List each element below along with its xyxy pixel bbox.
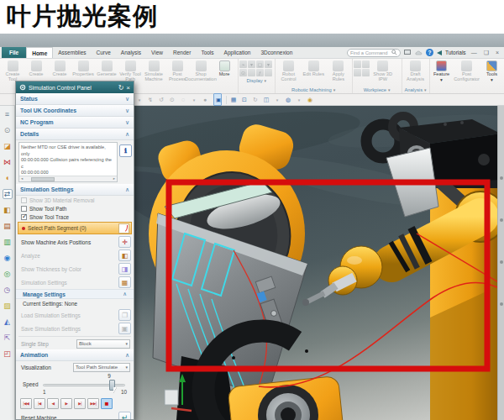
- lasso-icon[interactable]: ◌: [179, 96, 187, 104]
- lasso-dropdown[interactable]: ▾: [190, 96, 198, 104]
- roles-icon[interactable]: ◭: [3, 317, 13, 327]
- process-studio-icon[interactable]: ▥: [3, 237, 13, 247]
- simulation-settings-row[interactable]: Simulation Settings ▦: [16, 276, 134, 289]
- properties-button[interactable]: Properties: [71, 60, 95, 77]
- tab-curve[interactable]: Curve: [92, 47, 116, 58]
- help-icon[interactable]: ?: [426, 49, 433, 56]
- workpiece-icon-4[interactable]: [362, 69, 370, 76]
- tab-analysis[interactable]: Analysis: [116, 47, 146, 58]
- tab-view[interactable]: View: [146, 47, 168, 58]
- feature-button[interactable]: Feature▾: [431, 60, 453, 83]
- step-forward-button[interactable]: ▶|: [74, 398, 86, 409]
- panel-close-icon[interactable]: ×: [126, 84, 130, 92]
- display-icon-6[interactable]: [248, 69, 255, 76]
- hd3d-tools-icon[interactable]: ◖: [3, 173, 13, 183]
- verify-toolpath-button[interactable]: Verify Tool Path: [118, 60, 142, 82]
- section-animation[interactable]: Animation∧: [16, 349, 134, 361]
- create-operation-button[interactable]: Create: [48, 60, 71, 77]
- simulation-settings-icon[interactable]: ▦: [118, 276, 131, 288]
- globe-icon[interactable]: ◉: [306, 96, 314, 104]
- window-grid-icon[interactable]: ▦: [229, 96, 238, 104]
- section-simulation-settings[interactable]: Simulation Settings∧: [16, 184, 134, 196]
- generate-toolpath-button[interactable]: Generate: [95, 60, 118, 77]
- section-details[interactable]: Details∧: [16, 129, 134, 140]
- more-button[interactable]: More: [213, 60, 236, 77]
- sphere-gray-icon[interactable]: ●: [201, 96, 209, 104]
- show-machine-axis-positions-row[interactable]: Show Machine Axis Positions ✛: [16, 235, 134, 249]
- tab-tools[interactable]: Tools: [196, 47, 218, 58]
- workpiece-icon-1[interactable]: [354, 60, 361, 68]
- assembly-navigator-icon[interactable]: ≡: [3, 109, 13, 119]
- refresh-view-icon[interactable]: ↻: [251, 96, 260, 104]
- machine-navigator-icon[interactable]: ⇄: [3, 189, 13, 199]
- minimize-button[interactable]: —: [470, 50, 479, 55]
- tutorials-link[interactable]: Tutorials: [445, 50, 466, 55]
- layout-icon[interactable]: ◫: [262, 96, 270, 104]
- reset-machine-row[interactable]: Reset Machine ↵: [16, 411, 134, 420]
- thickness-color-icon[interactable]: ◨: [118, 263, 131, 275]
- create-geometry-button[interactable]: Create: [24, 60, 48, 77]
- circle-select-icon[interactable]: ⊙: [168, 96, 176, 104]
- analyze-icon[interactable]: ◧: [118, 249, 131, 261]
- viewport-scrollbar[interactable]: [497, 106, 504, 420]
- robot-control-button[interactable]: Robot Control: [276, 60, 302, 82]
- command-search-input[interactable]: Find a Command: [347, 49, 401, 57]
- select-path-segment-row[interactable]: Select Path Segment (0): [18, 222, 132, 234]
- shaded-view-icon[interactable]: ▣: [213, 93, 222, 106]
- tab-home[interactable]: Home: [26, 47, 53, 58]
- manage-settings-header[interactable]: Manage Settings∧: [16, 289, 134, 299]
- tab-file[interactable]: File: [2, 47, 26, 58]
- workpiece-icon-2[interactable]: [362, 60, 370, 68]
- display-icon-2[interactable]: ▾: [248, 60, 255, 68]
- manage-this-part-icon[interactable]: ◉: [3, 253, 13, 263]
- step-back-button[interactable]: |◀: [34, 398, 45, 409]
- tab-assemblies[interactable]: Assemblies: [53, 47, 91, 58]
- system-scenes-icon[interactable]: ⇱: [3, 333, 13, 343]
- details-horizontal-scrollbar[interactable]: ◂▸: [19, 176, 117, 181]
- edit-rules-button[interactable]: Edit Rules: [301, 60, 326, 77]
- play-backward-button[interactable]: ◀: [47, 398, 59, 409]
- tools-button[interactable]: Tools▾: [481, 60, 503, 83]
- checkbox-show-3d-material-removal[interactable]: Show 3D Material Removal: [16, 196, 134, 204]
- web-browser-icon[interactable]: ◧: [3, 205, 13, 215]
- path-segment-icon[interactable]: [118, 223, 129, 234]
- show-3d-ipw-button[interactable]: Show 3D IPW: [370, 60, 396, 82]
- display-icon-4[interactable]: ▾: [265, 60, 272, 68]
- work-layer-dropdown[interactable]: ▾: [135, 96, 144, 104]
- share-screen-icon[interactable]: [404, 50, 412, 56]
- save-simulation-settings-row[interactable]: Save Simulation Settings ▣: [16, 322, 134, 335]
- sphere-dropdown[interactable]: ▾: [295, 96, 303, 104]
- load-simulation-settings-row[interactable]: Load Simulation Settings ❐: [16, 308, 134, 322]
- close-button[interactable]: ×: [494, 50, 501, 55]
- move-icon[interactable]: ↯: [146, 96, 155, 104]
- section-status[interactable]: Status∨: [16, 93, 134, 105]
- palette-icon[interactable]: ▨: [3, 301, 13, 311]
- touch-mode-icon[interactable]: ◰: [3, 349, 13, 359]
- show-thickness-by-color-row[interactable]: Show Thickness by Color ◨: [16, 262, 134, 276]
- information-icon[interactable]: ℹ: [119, 144, 132, 157]
- display-icon-7[interactable]: ƒ: [256, 69, 264, 76]
- history-icon[interactable]: ▤: [3, 221, 13, 231]
- shop-documentation-button[interactable]: Shop Documentation: [189, 60, 213, 82]
- layout-dropdown[interactable]: ▾: [273, 96, 281, 104]
- section-nc-program[interactable]: NC Program∨: [16, 117, 134, 129]
- monitor-icon[interactable]: ⊡: [240, 96, 249, 104]
- reset-machine-icon[interactable]: ↵: [118, 412, 131, 420]
- simulate-machine-button[interactable]: Simulate Machine: [142, 60, 165, 82]
- checkbox-icon[interactable]: [21, 206, 27, 212]
- analyze-row[interactable]: Analyze ◧: [16, 249, 134, 262]
- checkbox-icon[interactable]: [21, 214, 27, 220]
- visualization-select[interactable]: Tool Path Simulate▾: [73, 363, 130, 372]
- check-mate-icon[interactable]: ◎: [3, 269, 13, 279]
- workpiece-icon-3[interactable]: [354, 69, 361, 76]
- stop-button[interactable]: ■: [101, 398, 113, 409]
- restore-button[interactable]: ❏: [482, 50, 491, 56]
- tab-render[interactable]: Render: [168, 47, 196, 58]
- checkbox-show-tool-trace[interactable]: Show Tool Trace: [16, 213, 134, 221]
- reuse-library-icon[interactable]: ⋈: [3, 157, 13, 167]
- checkbox-icon[interactable]: [21, 197, 27, 203]
- cloud-icon[interactable]: [415, 50, 423, 56]
- display-icon-1[interactable]: ⌁: [239, 60, 247, 68]
- constraint-navigator-icon[interactable]: ⊙: [3, 125, 13, 135]
- create-tool-button[interactable]: Create Tool: [1, 60, 24, 82]
